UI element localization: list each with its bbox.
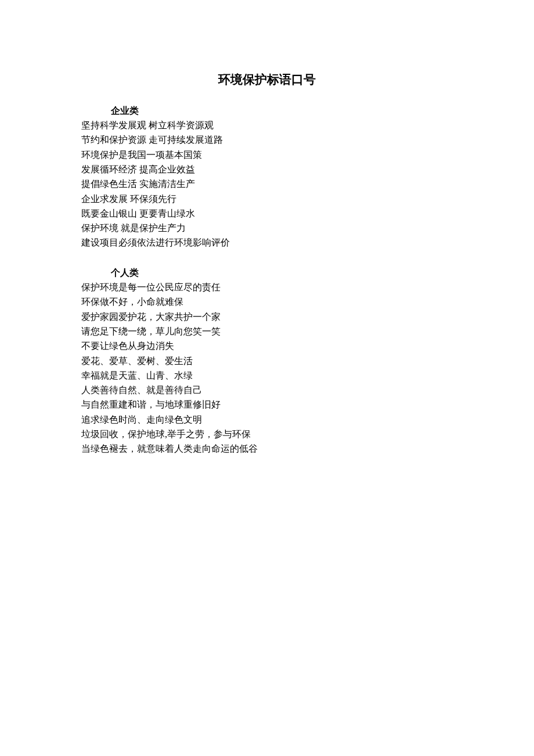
slogan-line: 环保做不好，小命就难保 xyxy=(81,294,453,309)
slogan-line: 幸福就是天蓝、山青、水绿 xyxy=(81,368,453,383)
slogan-line: 既要金山银山 更要青山绿水 xyxy=(81,206,453,221)
section-heading: 个人类 xyxy=(81,265,453,280)
slogan-line: 请您足下绕一绕，草儿向您笑一笑 xyxy=(81,324,453,339)
slogan-line: 保护环境 就是保护生产力 xyxy=(81,221,453,235)
section-enterprise: 企业类 坚持科学发展观 树立科学资源观 节约和保护资源 走可持续发展道路 环境保… xyxy=(81,103,453,250)
section-gap xyxy=(81,250,453,265)
slogan-line: 与自然重建和谐，与地球重修旧好 xyxy=(81,397,453,412)
section-personal: 个人类 保护环境是每一位公民应尽的责任 环保做不好，小命就难保 爱护家园爱护花，… xyxy=(81,265,453,456)
document-title: 环境保护标语口号 xyxy=(81,70,453,89)
slogan-line: 追求绿色时尚、走向绿色文明 xyxy=(81,412,453,427)
slogan-line: 当绿色褪去，就意味着人类走向命运的低谷 xyxy=(81,441,453,456)
slogan-line: 坚持科学发展观 树立科学资源观 xyxy=(81,118,453,132)
slogan-line: 提倡绿色生活 实施清洁生产 xyxy=(81,177,453,191)
document-page: 环境保护标语口号 企业类 坚持科学发展观 树立科学资源观 节约和保护资源 走可持… xyxy=(0,0,534,456)
slogan-line: 建设项目必须依法进行环境影响评价 xyxy=(81,235,453,250)
slogan-line: 环境保护是我国一项基本国策 xyxy=(81,147,453,162)
slogan-line: 爱护家园爱护花，大家共护一个家 xyxy=(81,309,453,324)
slogan-line: 垃圾回收，保护地球,举手之劳，参与环保 xyxy=(81,427,453,441)
slogan-line: 人类善待自然、就是善待自己 xyxy=(81,383,453,397)
section-heading: 企业类 xyxy=(81,103,453,118)
slogan-line: 节约和保护资源 走可持续发展道路 xyxy=(81,132,453,147)
slogan-line: 发展循环经济 提高企业效益 xyxy=(81,162,453,177)
slogan-line: 不要让绿色从身边消失 xyxy=(81,339,453,353)
slogan-line: 爱花、爱草、爱树、爱生活 xyxy=(81,354,453,368)
slogan-line: 企业求发展 环保须先行 xyxy=(81,192,453,206)
slogan-line: 保护环境是每一位公民应尽的责任 xyxy=(81,280,453,294)
